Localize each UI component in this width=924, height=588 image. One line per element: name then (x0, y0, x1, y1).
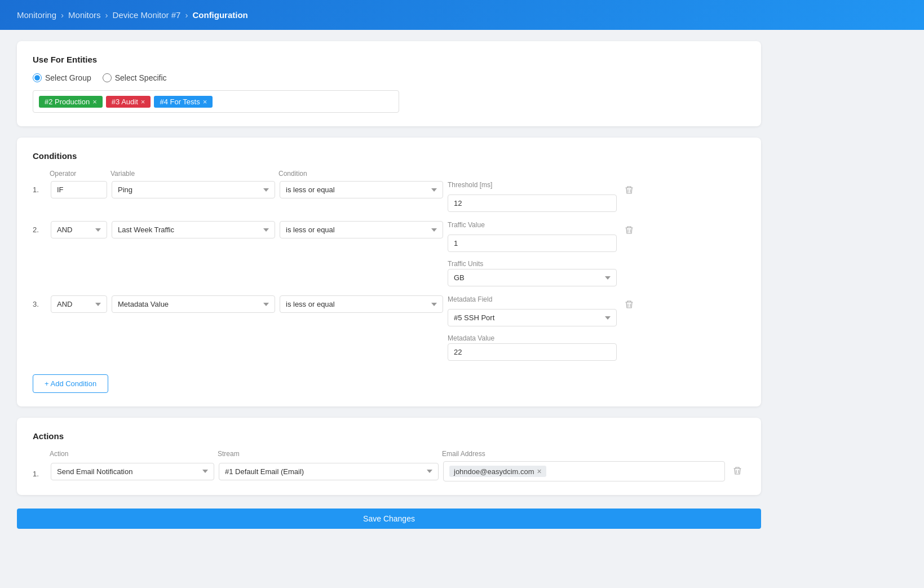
actions-card: Actions Action Stream Email Address 1. S… (17, 418, 761, 495)
tag-audit-label: #3 Audit (112, 98, 138, 106)
breadcrumb-sep-2: › (105, 10, 108, 20)
condition-row-3: 3. AND OR Metadata Value is less or equa… (33, 295, 745, 361)
col-email-label: Email Address (442, 450, 485, 458)
condition-1-condition[interactable]: is less or equal (280, 181, 443, 198)
radio-select-specific[interactable]: Select Specific (103, 73, 167, 82)
radio-select-specific-input[interactable] (103, 73, 112, 82)
radio-select-group[interactable]: Select Group (33, 73, 91, 82)
condition-2-delete[interactable] (621, 222, 637, 241)
condition-3-metadata-field-label: Metadata Field (448, 295, 617, 303)
tag-production-remove[interactable]: × (92, 98, 97, 106)
condition-2-traffic-value-input[interactable] (448, 235, 617, 252)
condition-row-2-main: AND OR Last Week Traffic is less or equa… (51, 221, 745, 286)
add-condition-button[interactable]: + Add Condition (33, 374, 108, 393)
condition-2-variable[interactable]: Last Week Traffic (112, 221, 275, 238)
condition-3-delete[interactable] (621, 297, 637, 315)
action-1-email-box[interactable]: johndoe@easydcim.com × (443, 461, 725, 481)
breadcrumb-device-monitor[interactable]: Device Monitor #7 (113, 10, 181, 20)
condition-3-metadata-value-input[interactable] (448, 343, 617, 361)
trash-icon (625, 185, 634, 194)
condition-2-operator[interactable]: AND OR (51, 221, 107, 238)
tag-fortests: #4 For Tests × (154, 96, 213, 108)
condition-row-1-main: Ping is less or equal Threshold [ms] (51, 181, 745, 212)
condition-row-3-num: 3. (33, 295, 46, 308)
radio-select-group-label: Select Group (45, 73, 91, 82)
condition-1-threshold-block: Threshold [ms] (448, 181, 617, 212)
condition-2-traffic-units-label: Traffic Units (448, 260, 617, 268)
condition-row-2-num: 2. (33, 221, 46, 234)
email-tag-johndoe-remove[interactable]: × (537, 467, 542, 476)
condition-2-traffic-units-select[interactable]: GB MB TB (448, 269, 617, 286)
trash-icon-2 (625, 226, 634, 235)
action-row-1-num: 1. (33, 465, 46, 478)
condition-2-threshold-block: Traffic Value Traffic Units GB MB TB (448, 221, 617, 286)
tag-audit: #3 Audit × (106, 96, 151, 108)
col-action-label: Action (50, 450, 213, 458)
radio-select-group-input[interactable] (33, 73, 42, 82)
breadcrumb-sep-1: › (61, 10, 64, 20)
condition-2-condition[interactable]: is less or equal (280, 221, 443, 238)
tag-audit-remove[interactable]: × (141, 98, 145, 106)
condition-3-operator[interactable]: AND OR (51, 295, 107, 313)
col-operator-label: Operator (50, 170, 106, 178)
entities-tag-input[interactable]: #2 Production × #3 Audit × #4 For Tests … (33, 90, 399, 113)
condition-1-threshold-input[interactable] (448, 194, 617, 212)
condition-1-variable[interactable]: Ping (112, 181, 275, 198)
action-1-stream-select[interactable]: #1 Default Email (Email) (219, 463, 439, 480)
email-tag-johndoe-label: johndoe@easydcim.com (454, 467, 534, 476)
action-row-1: 1. Send Email Notification #1 Default Em… (33, 461, 745, 481)
entities-card: Use For Entities Select Group Select Spe… (17, 41, 761, 126)
tag-fortests-label: #4 For Tests (160, 98, 200, 106)
trash-icon-action-1 (733, 466, 742, 475)
col-condition-label: Condition (278, 170, 442, 178)
tag-fortests-remove[interactable]: × (203, 98, 207, 106)
radio-select-specific-label: Select Specific (115, 73, 167, 82)
condition-3-condition[interactable]: is less or equal (280, 295, 443, 313)
condition-1-operator[interactable] (51, 181, 107, 198)
condition-3-metadata-value-label: Metadata Value (448, 334, 617, 342)
condition-1-threshold-label: Threshold [ms] (448, 181, 617, 189)
col-stream-label: Stream (218, 450, 437, 458)
tag-production-label: #2 Production (45, 98, 90, 106)
tag-production: #2 Production × (39, 96, 103, 108)
col-variable-label: Variable (110, 170, 274, 178)
action-1-delete[interactable] (730, 463, 745, 481)
condition-3-variable[interactable]: Metadata Value (112, 295, 275, 313)
entities-title: Use For Entities (33, 55, 745, 64)
condition-3-threshold-block: Metadata Field #5 SSH Port Metadata Valu… (448, 295, 617, 361)
breadcrumb-configuration: Configuration (192, 10, 247, 20)
conditions-title: Conditions (33, 151, 745, 161)
entities-radio-group: Select Group Select Specific (33, 73, 745, 82)
trash-icon-3 (625, 300, 634, 309)
save-changes-button[interactable]: Save Changes (17, 509, 761, 529)
email-tag-johndoe: johndoe@easydcim.com × (449, 466, 546, 477)
action-1-action-select[interactable]: Send Email Notification (51, 463, 214, 480)
conditions-card: Conditions Operator Variable Condition 1… (17, 138, 761, 406)
condition-row-3-main: AND OR Metadata Value is less or equal M… (51, 295, 745, 361)
condition-1-delete[interactable] (621, 182, 637, 201)
condition-3-metadata-field-select[interactable]: #5 SSH Port (448, 309, 617, 326)
condition-2-traffic-value-label: Traffic Value (448, 221, 617, 229)
breadcrumb: Monitoring › Monitors › Device Monitor #… (0, 0, 924, 30)
condition-row-1: 1. Ping is less or equal Threshold [ms] (33, 181, 745, 212)
actions-title: Actions (33, 431, 745, 441)
condition-row-1-num: 1. (33, 181, 46, 194)
condition-row-2: 2. AND OR Last Week Traffic is less or e… (33, 221, 745, 286)
breadcrumb-sep-3: › (185, 10, 188, 20)
breadcrumb-monitoring[interactable]: Monitoring (17, 10, 56, 20)
breadcrumb-monitors[interactable]: Monitors (68, 10, 101, 20)
